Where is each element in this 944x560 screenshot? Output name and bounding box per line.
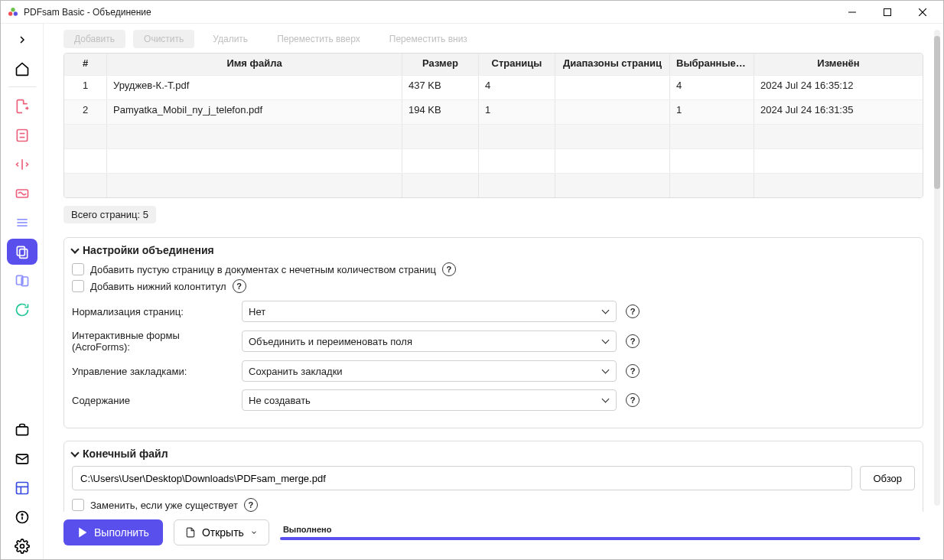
- total-pages-chip: Всего страниц: 5: [63, 206, 156, 223]
- table-row[interactable]: 1 Уруджев-К.-Т.pdf 437 KB 4 4 2024 Jul 2…: [64, 75, 923, 99]
- table-row-empty: [64, 173, 923, 197]
- browse-button[interactable]: Обзор: [860, 466, 915, 490]
- help-icon[interactable]: ?: [626, 334, 640, 348]
- sidebar-info-icon[interactable]: [7, 504, 37, 530]
- help-icon[interactable]: ?: [233, 279, 246, 293]
- run-button[interactable]: Выполнить: [63, 519, 163, 545]
- help-icon[interactable]: ?: [442, 262, 456, 276]
- col-ranges[interactable]: Диапазоны страниц: [555, 54, 670, 75]
- ghost-btn-clear[interactable]: Очистить: [133, 30, 194, 48]
- col-pages[interactable]: Страницы: [479, 54, 555, 75]
- titlebar: PDFsam Basic - Объединение: [1, 1, 943, 24]
- svg-line-6: [919, 8, 926, 16]
- bookmarks-label: Управление закладками:: [72, 366, 233, 377]
- ghost-btn-remove[interactable]: Удалить: [202, 30, 259, 48]
- minimize-button[interactable]: [835, 1, 870, 24]
- scrollbar[interactable]: [934, 30, 940, 506]
- svg-point-0: [11, 8, 15, 11]
- help-icon[interactable]: ?: [626, 393, 640, 407]
- merge-settings-panel: Настройки объединения Добавить пустую ст…: [63, 237, 923, 428]
- svg-point-26: [21, 514, 23, 516]
- svg-rect-16: [19, 249, 27, 259]
- open-button[interactable]: Открыть: [174, 519, 269, 545]
- sidebar-split-icon[interactable]: [7, 151, 37, 177]
- chk-overwrite[interactable]: [72, 499, 84, 511]
- toc-select[interactable]: Не создавать: [242, 389, 617, 411]
- col-mod[interactable]: Изменён: [754, 54, 923, 75]
- output-panel-title[interactable]: Конечный файл: [72, 448, 915, 460]
- main: Добавить Очистить Удалить Переместить вв…: [44, 24, 943, 559]
- sidebar-workspace-icon[interactable]: [7, 417, 37, 443]
- svg-rect-21: [16, 483, 28, 494]
- merge-settings-title[interactable]: Настройки объединения: [72, 244, 915, 256]
- progress-bar: [280, 537, 920, 540]
- app-icon: [7, 6, 19, 18]
- normalize-label: Нормализация страниц:: [72, 306, 233, 317]
- ghost-btn-movedown[interactable]: Переместить вниз: [379, 30, 478, 48]
- sidebar-merge-icon[interactable]: [7, 239, 37, 265]
- normalize-select[interactable]: Нет: [242, 301, 617, 322]
- sidebar: [1, 24, 44, 559]
- chk-add-blank-label: Добавить пустую страницу в документах с …: [90, 264, 436, 275]
- svg-marker-28: [80, 529, 86, 537]
- svg-point-1: [8, 11, 12, 15]
- toc-label: Содержание: [72, 395, 233, 406]
- col-sel[interactable]: Выбранные с...: [670, 54, 754, 75]
- file-toolbar: Добавить Очистить Удалить Переместить вв…: [63, 30, 923, 48]
- svg-rect-7: [17, 130, 27, 142]
- help-icon[interactable]: ?: [626, 304, 640, 318]
- sidebar-split-bookmarks-icon[interactable]: [7, 122, 37, 148]
- chk-overwrite-label: Заменить, если уже существует: [90, 500, 238, 511]
- svg-point-2: [14, 11, 18, 15]
- sidebar-news-icon[interactable]: [7, 475, 37, 501]
- chk-add-footer[interactable]: [72, 280, 84, 292]
- help-icon[interactable]: ?: [626, 364, 640, 378]
- output-path-input[interactable]: [72, 466, 852, 490]
- help-icon[interactable]: ?: [244, 498, 258, 512]
- col-size[interactable]: Размер: [402, 54, 479, 75]
- sidebar-extract-icon[interactable]: [7, 93, 37, 119]
- svg-rect-4: [884, 8, 891, 15]
- maximize-button[interactable]: [870, 1, 905, 24]
- svg-rect-19: [16, 427, 28, 435]
- table-row[interactable]: 2 Pamyatka_Mobil_ny_j_telefon.pdf 194 KB…: [64, 99, 923, 124]
- sidebar-alternate-icon[interactable]: [7, 268, 37, 294]
- close-button[interactable]: [905, 1, 940, 24]
- ghost-btn-moveup[interactable]: Переместить вверх: [266, 30, 371, 48]
- sidebar-crop-icon[interactable]: [7, 181, 37, 207]
- ghost-btn-add[interactable]: Добавить: [63, 30, 125, 48]
- window-title: PDFsam Basic - Объединение: [24, 7, 835, 18]
- col-idx[interactable]: #: [64, 54, 107, 75]
- svg-rect-15: [17, 246, 24, 256]
- window: PDFsam Basic - Объединение: [0, 0, 944, 560]
- svg-point-27: [20, 545, 24, 549]
- col-name[interactable]: Имя файла: [107, 54, 402, 75]
- status-text: Выполнено: [280, 525, 920, 534]
- chk-add-blank[interactable]: [72, 263, 84, 275]
- chevron-down-icon: [250, 529, 258, 536]
- output-panel: Конечный файл Обзор Заменить, если уже с…: [63, 441, 923, 512]
- sidebar-mail-icon[interactable]: [7, 446, 37, 472]
- table-row-empty: [64, 148, 923, 173]
- sidebar-size-split-icon[interactable]: [7, 210, 37, 236]
- sidebar-collapse-icon[interactable]: [7, 27, 37, 53]
- acro-select[interactable]: Объединить и переименовать поля: [242, 330, 617, 352]
- footer: Выполнить Открыть Выполнено: [44, 512, 943, 559]
- sidebar-rotate-icon[interactable]: [7, 297, 37, 323]
- sidebar-home-icon[interactable]: [7, 56, 37, 82]
- chk-add-footer-label: Добавить нижний колонтитул: [90, 281, 226, 292]
- table-header: # Имя файла Размер Страницы Диапазоны ст…: [64, 54, 923, 75]
- svg-line-5: [919, 8, 926, 16]
- table-row-empty: [64, 124, 923, 148]
- bookmarks-select[interactable]: Сохранить закладки: [242, 360, 617, 382]
- sidebar-settings-icon[interactable]: [7, 533, 37, 559]
- files-table: # Имя файла Размер Страницы Диапазоны ст…: [63, 53, 923, 198]
- acro-label: Интерактивные формы (AcroForms):: [72, 330, 233, 353]
